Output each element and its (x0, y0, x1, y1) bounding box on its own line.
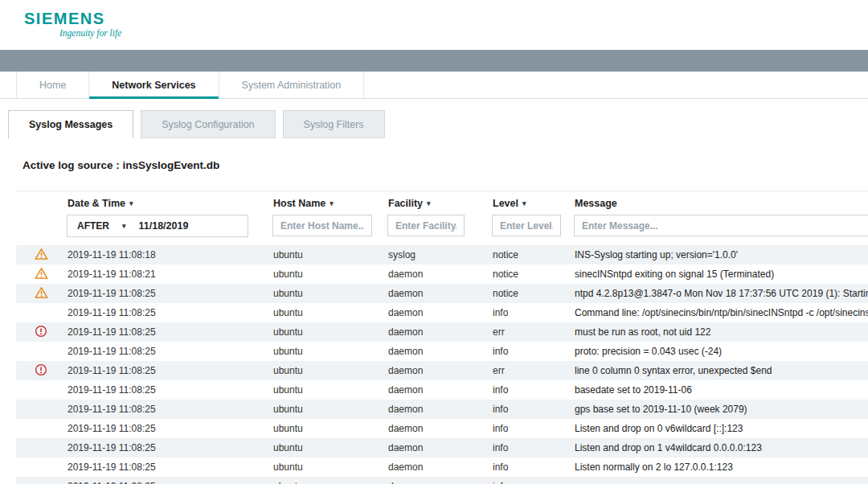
filter-cell-facility (387, 212, 491, 245)
level-cell: info (491, 419, 573, 438)
syslog-row[interactable]: 2019-11-19 11:08:25ubuntudaemonnoticentp… (16, 284, 868, 303)
message-cell: ntpd 4.2.8p13@1.3847-o Mon Nov 18 17:37:… (573, 284, 868, 303)
warning-icon (35, 267, 48, 280)
syslog-row[interactable]: 2019-11-19 11:08:25ubuntudaemoninfobased… (16, 380, 868, 400)
nav-item-label: Home (39, 80, 66, 91)
message-filter-input[interactable] (574, 215, 868, 236)
datetime-cell: 2019-11-19 11:08:25 (66, 438, 272, 457)
nav-item-network-services[interactable]: Network Services (88, 72, 218, 98)
syslog-row[interactable]: 2019-11-19 11:08:25ubuntudaemoninfoComma… (16, 303, 868, 322)
syslog-row[interactable]: 2019-11-19 11:08:18ubuntusyslognoticeINS… (16, 245, 868, 265)
nav-item-home[interactable]: Home (16, 72, 88, 98)
header-band (0, 50, 868, 72)
message-cell (573, 477, 868, 484)
facility-cell: daemon (387, 322, 491, 342)
syslog-row[interactable]: 2019-11-19 11:08:25ubuntudaemoninfoListe… (16, 419, 868, 438)
siemens-logo: SIEMENS (24, 10, 868, 27)
syslog-table: Date & Time▾ Host Name▾ Facility▾ Level▾… (16, 191, 868, 484)
tab-syslog-filters[interactable]: Syslog Filters (283, 110, 385, 138)
table-filter-row: AFTER ▾ (16, 212, 868, 245)
level-cell: err (491, 322, 573, 342)
level-cell: info (491, 380, 573, 400)
syslog-table-body: 2019-11-19 11:08:18ubuntusyslognoticeINS… (16, 245, 868, 484)
datetime-cell: 2019-11-19 11:08:25 (66, 400, 272, 419)
severity-cell (16, 419, 66, 438)
column-header-hostname[interactable]: Host Name▾ (272, 191, 387, 213)
facility-cell: daemon (387, 265, 491, 284)
error-icon (35, 363, 47, 376)
tab-syslog-configuration[interactable]: Syslog Configuration (141, 110, 275, 138)
date-operator-select[interactable]: AFTER ▾ (68, 215, 134, 236)
nav-item-label: System Administration (242, 80, 342, 91)
syslog-tabs: Syslog Messages Syslog Configuration Sys… (0, 99, 868, 138)
level-cell: info (491, 477, 573, 484)
sort-arrow-icon[interactable]: ▾ (427, 199, 431, 207)
facility-filter-input[interactable] (387, 215, 465, 236)
level-cell: notice (491, 284, 573, 303)
column-label: Facility (388, 198, 423, 209)
datetime-cell: 2019-11-19 11:08:25 (66, 477, 272, 484)
column-header-message[interactable]: Message (573, 191, 868, 213)
dropdown-arrow-icon: ▾ (122, 222, 126, 230)
syslog-table-container: Date & Time▾ Host Name▾ Facility▾ Level▾… (16, 191, 868, 484)
severity-cell (16, 477, 66, 484)
datetime-cell: 2019-11-19 11:08:25 (66, 380, 272, 400)
sort-arrow-icon[interactable]: ▾ (522, 199, 526, 207)
sort-arrow-icon[interactable]: ▾ (330, 199, 334, 207)
column-header-facility[interactable]: Facility▾ (387, 191, 491, 213)
severity-cell (16, 284, 66, 303)
host-cell: ubuntu (272, 322, 387, 342)
warning-icon (35, 286, 48, 299)
host-cell: ubuntu (272, 400, 387, 419)
error-icon (35, 325, 47, 338)
syslog-row[interactable]: 2019-11-19 11:08:21ubuntudaemonnoticesin… (16, 265, 868, 284)
datetime-cell: 2019-11-19 11:08:25 (66, 361, 272, 380)
message-cell: Listen and drop on 0 v6wildcard [::]:123 (573, 419, 868, 438)
active-log-source-label: Active log source : (23, 159, 120, 171)
datetime-cell: 2019-11-19 11:08:25 (66, 342, 272, 361)
syslog-row[interactable]: 2019-11-19 11:08:25ubuntudaemonerrmust b… (16, 322, 868, 342)
nav-item-system-administration[interactable]: System Administration (219, 72, 365, 98)
datetime-cell: 2019-11-19 11:08:25 (66, 303, 272, 322)
level-cell: notice (491, 245, 573, 265)
filter-cell-host (272, 212, 387, 245)
date-filter-input[interactable] (134, 219, 215, 232)
date-operator-value: AFTER (77, 220, 109, 232)
host-cell: ubuntu (272, 380, 387, 400)
column-header-level[interactable]: Level▾ (491, 191, 573, 213)
message-cell: must be run as root, not uid 122 (573, 322, 868, 342)
nav-item-label: Network Services (112, 80, 195, 91)
filter-cell-empty (16, 212, 66, 245)
column-header-datetime[interactable]: Date & Time▾ (66, 191, 272, 213)
level-cell: info (491, 438, 573, 457)
datetime-cell: 2019-11-19 11:08:25 (66, 419, 272, 438)
tab-syslog-messages[interactable]: Syslog Messages (8, 110, 133, 138)
sort-arrow-icon[interactable]: ▾ (129, 199, 133, 207)
syslog-row[interactable]: 2019-11-19 11:08:25ubuntudaemoninfoListe… (16, 457, 868, 477)
severity-column-header (16, 191, 66, 213)
syslog-row[interactable]: 2019-11-19 11:08:25ubuntudaemonerrline 0… (16, 361, 868, 380)
severity-cell (16, 400, 66, 419)
sinec-ins-app: SIEMENS Ingenuity for life Home Network … (0, 0, 868, 484)
filter-cell-message (573, 212, 868, 245)
level-cell: notice (491, 265, 573, 284)
syslog-row[interactable]: 2019-11-19 11:08:25ubuntudaemoninfoListe… (16, 438, 868, 457)
tab-label: Syslog Messages (29, 119, 113, 130)
message-cell: sinecINSntpd exiting on signal 15 (Termi… (573, 265, 868, 284)
datetime-cell: 2019-11-19 11:08:25 (66, 322, 272, 342)
facility-cell: daemon (387, 477, 491, 484)
facility-cell: daemon (387, 380, 491, 400)
level-filter-input[interactable] (492, 215, 561, 236)
host-cell: ubuntu (272, 438, 387, 457)
syslog-row[interactable]: 2019-11-19 11:08:25ubuntudaemoninfogps b… (16, 400, 868, 419)
filter-cell-date: AFTER ▾ (66, 212, 272, 245)
filter-cell-level (491, 212, 573, 245)
warning-icon (35, 248, 48, 260)
facility-cell: daemon (387, 284, 491, 303)
syslog-row[interactable]: 2019-11-19 11:08:25ubuntudaemoninfoproto… (16, 342, 868, 361)
column-label: Message (575, 198, 617, 209)
facility-cell: daemon (387, 419, 491, 438)
syslog-row[interactable]: 2019-11-19 11:08:25ubuntudaemoninfo (16, 477, 868, 484)
facility-cell: syslog (387, 245, 491, 265)
host-filter-input[interactable] (272, 215, 372, 236)
